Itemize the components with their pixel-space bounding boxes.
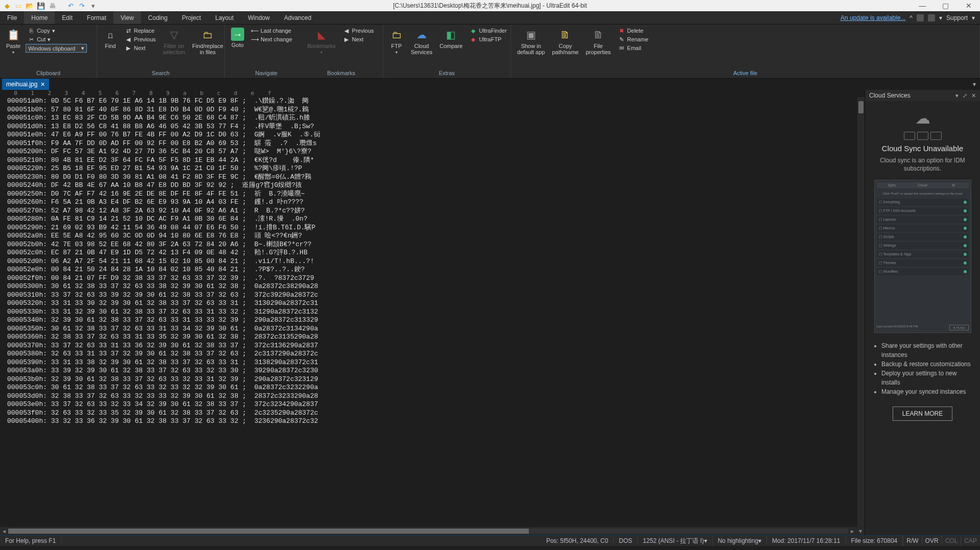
tab-label: meihuai.jpg [6,81,37,88]
status-cap[interactable]: CAP [961,536,980,546]
save-icon[interactable]: 💾 [37,2,45,10]
menu-layout[interactable]: Layout [208,11,241,24]
goto-button[interactable]: → Goto [229,27,246,49]
group-label: Search [101,69,220,76]
open-icon[interactable]: 📂 [26,2,34,10]
bm-next-button[interactable]: ▶Next [341,35,376,43]
print-icon[interactable]: 🖶 [48,2,56,10]
support-link[interactable]: Support [946,14,968,21]
ultraftp-button[interactable]: ◆UltraFTP [468,35,508,43]
status-rw[interactable]: R/W [903,536,921,546]
quick-access-toolbar: ◆ ▭ 📂 💾 🖶 ↶ ↷ ▾ [0,2,97,10]
file-tab[interactable]: meihuai.jpg ✕ [2,79,49,90]
cut-icon: ✂ [28,36,35,43]
new-icon[interactable]: ▭ [14,2,22,10]
cloud-preview-image: SyncCloud⚙ Click "Push" to upload this c… [874,180,971,333]
menu-view[interactable]: View [113,11,141,24]
goto-icon: → [231,28,244,41]
filter-button[interactable]: ▽ Filter on selection [161,27,187,56]
vertical-scrollbar[interactable] [857,97,865,527]
minimize-button[interactable]: — [911,0,934,11]
delete-icon: ✖ [618,27,625,34]
menu-file[interactable]: File [0,11,24,24]
toolbar-icon-1[interactable] [917,14,924,21]
doc-icon: 🗎 [591,28,605,42]
copy-button[interactable]: ⎘Copy ▾ [26,27,87,35]
delete-button[interactable]: ✖Delete [616,27,650,35]
status-ovr[interactable]: OVR [922,536,942,546]
next-button[interactable]: ▶Next [123,44,158,52]
undo-icon[interactable]: ↶ [66,2,75,10]
status-encoding[interactable]: 1252 (ANSI - 拉丁语 I) ▾ [638,536,712,546]
statusbar: For Help, press F1 Pos: 5f50H, 24400, C0… [0,535,980,546]
tab-dropdown-icon[interactable]: ▾ [973,81,976,88]
rename-button[interactable]: ✎Rename [616,35,650,43]
panel-close-icon[interactable]: ✕ [971,92,976,99]
clipboard-combo[interactable]: Windows clipboard▾ [26,44,87,53]
scroll-thumb[interactable] [8,529,529,534]
horizontal-scrollbar[interactable]: ◂ ▸ ▾ [0,527,865,535]
update-link[interactable]: An update is available... [841,14,905,21]
bm-previous-button[interactable]: ◀Previous [341,27,376,35]
last-change-button[interactable]: ⟵Last change [249,27,294,35]
cloud-bullets: Share your settings with other instances… [870,341,975,396]
status-mod: Mod: 2017/11/7 16:28:11 [767,536,846,546]
status-size: File size: 670804 [846,536,903,546]
show-in-button[interactable]: ▣ Show in default app [515,27,547,56]
rename-icon: ✎ [618,36,625,43]
dropdown-icon[interactable]: ▾ [89,2,97,10]
status-highlight[interactable]: No highlighting ▾ [713,536,767,546]
help-dropdown-icon[interactable]: ▾ [939,14,942,21]
compare-button[interactable]: ◧ Compare [437,27,464,50]
cloud-bullet: Manage your synced instances [881,387,975,396]
cloud-desc: Cloud sync is an option for IDM subscrip… [870,157,975,173]
compare-icon: ◧ [444,28,458,42]
close-button[interactable]: ✕ [957,0,980,11]
collapse-ribbon-icon[interactable]: ^ [909,14,913,21]
find-in-files-button[interactable]: 🗀 Find/replace in files [190,27,225,56]
paste-icon: 📋 [6,28,20,42]
learn-more-button[interactable]: LEARN MORE [893,406,952,421]
scroll-thumb[interactable] [858,101,864,113]
monitors-icon [904,132,942,140]
replace-button[interactable]: ⇄Replace [123,27,158,35]
paste-button[interactable]: 📋 Paste ▾ [4,27,22,56]
menu-home[interactable]: Home [24,11,55,24]
redo-icon[interactable]: ↷ [78,2,86,10]
menu-project[interactable]: Project [175,11,208,24]
bookmarks-button[interactable]: ◣ Bookmarks ▾ [306,27,338,56]
status-dos[interactable]: DOS [614,536,638,546]
ftp-button[interactable]: 🗀 FTP▾ [387,27,406,56]
menu-format[interactable]: Format [80,11,113,24]
status-pos: Pos: 5f50H, 24400, C0 [541,536,614,546]
maximize-button[interactable]: ▢ [934,0,957,11]
menu-edit[interactable]: Edit [55,11,80,24]
ultrafinder-button[interactable]: ◆UltraFinder [468,27,508,35]
find-button[interactable]: ⩍ Find [101,27,120,50]
prev-icon: ◀ [125,36,132,43]
panel-dropdown-icon[interactable]: ▾ [955,92,959,99]
menu-advanced[interactable]: Advanced [277,11,318,24]
file-props-button[interactable]: 🗎 File properties [584,27,613,56]
hex-editor[interactable]: 000051a0h: 0D 5C F6 B7 E6 70 1E A6 14 1B… [0,97,865,527]
previous-button[interactable]: ◀Previous [123,35,158,43]
menubar: File Home Edit Format View Coding Projec… [0,11,980,25]
scroll-right-icon[interactable]: ▸ [848,528,856,535]
status-col[interactable]: COL [942,536,961,546]
panel-pin-icon[interactable]: ⤢ [963,92,967,99]
support-dropdown-icon[interactable]: ▾ [972,14,975,21]
column-ruler: 0 1 2 3 4 5 6 7 8 9 a b c d e f [0,90,865,97]
cloud-services-button[interactable]: ☁ Cloud Services [409,27,434,56]
uftp-icon: ◆ [470,36,477,43]
copy-path-button[interactable]: 🗎 Copy path/name [550,27,580,56]
split-icon[interactable]: ▾ [856,528,865,535]
cut-button[interactable]: ✂Cut ▾ [26,35,87,43]
menu-window[interactable]: Window [241,11,277,24]
toolbar-icon-2[interactable] [928,14,935,21]
menu-coding[interactable]: Coding [141,11,175,24]
close-tab-icon[interactable]: ✕ [40,81,45,88]
window-title: [C:\Users\13631\Desktop\梅花香之苦寒来\meihuai.… [393,2,587,10]
email-button[interactable]: ✉Email [616,44,650,52]
scroll-left-icon[interactable]: ◂ [0,528,8,535]
next-change-button[interactable]: ⟶Next change [249,35,294,43]
